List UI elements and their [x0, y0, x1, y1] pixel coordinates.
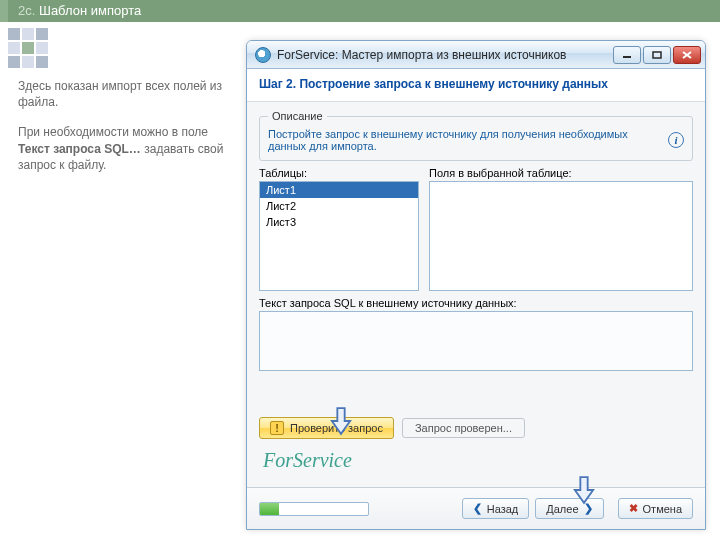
- decorative-squares: [8, 28, 48, 68]
- minimize-button[interactable]: [613, 46, 641, 64]
- back-button[interactable]: ❮ Назад: [462, 498, 530, 519]
- slide-prefix: 2c.: [18, 3, 35, 18]
- back-label: Назад: [487, 503, 519, 515]
- progress-bar: [259, 502, 369, 516]
- maximize-button[interactable]: [643, 46, 671, 64]
- svg-rect-1: [653, 52, 661, 58]
- close-button[interactable]: [673, 46, 701, 64]
- tables-listbox[interactable]: Лист1 Лист2 Лист3: [259, 181, 419, 291]
- cancel-icon: ✖: [629, 502, 638, 515]
- brand-logo: ForService: [247, 439, 705, 472]
- description-text: Постройте запрос к внешнему источнику дл…: [268, 128, 662, 152]
- minimize-icon: [622, 51, 632, 59]
- warning-icon: !: [270, 421, 284, 435]
- progress-fill: [260, 503, 279, 515]
- description-legend: Описание: [268, 110, 327, 122]
- check-status: Запрос проверен...: [402, 418, 525, 438]
- fields-listbox[interactable]: [429, 181, 693, 291]
- info-icon[interactable]: i: [668, 132, 684, 148]
- maximize-icon: [652, 51, 662, 59]
- check-status-text: Запрос проверен...: [415, 422, 512, 434]
- slide-header-accent: [0, 0, 8, 22]
- window-title: ForService: Мастер импорта из внешних ис…: [277, 48, 613, 62]
- wizard-content: Описание Постройте запрос к внешнему ист…: [247, 102, 705, 371]
- close-icon: [682, 51, 692, 59]
- app-icon: [255, 47, 271, 63]
- list-item[interactable]: Лист1: [260, 182, 418, 198]
- tables-label: Таблицы:: [259, 167, 419, 179]
- fields-label: Поля в выбранной таблице:: [429, 167, 693, 179]
- wizard-window: ForService: Мастер импорта из внешних ис…: [246, 40, 706, 530]
- list-item[interactable]: Лист2: [260, 198, 418, 214]
- annotation-arrow-icon: [573, 475, 595, 505]
- list-item[interactable]: Лист3: [260, 214, 418, 230]
- step-header: Шаг 2. Построение запроса к внешнему ист…: [247, 69, 705, 102]
- cancel-button[interactable]: ✖ Отмена: [618, 498, 693, 519]
- chevron-left-icon: ❮: [473, 502, 482, 515]
- cancel-label: Отмена: [643, 503, 682, 515]
- explain-line-1: Здесь показан импорт всех полей из файла…: [18, 78, 233, 110]
- step-title: Шаг 2. Построение запроса к внешнему ист…: [259, 77, 693, 91]
- wizard-footer: ❮ Назад Далее ❯ ✖ Отмена: [247, 487, 705, 529]
- check-query-button[interactable]: ! Проверить запрос: [259, 417, 394, 439]
- sql-textarea[interactable]: [259, 311, 693, 371]
- slide-title: 2c. Шаблон импорта: [8, 0, 720, 22]
- check-row: ! Проверить запрос Запрос проверен...: [247, 417, 705, 439]
- titlebar[interactable]: ForService: Мастер импорта из внешних ис…: [247, 41, 705, 69]
- slide-explanation: Здесь показан импорт всех полей из файла…: [18, 78, 233, 187]
- description-group: Описание Постройте запрос к внешнему ист…: [259, 110, 693, 161]
- annotation-arrow-icon: [330, 406, 352, 436]
- slide-title-text: Шаблон импорта: [39, 3, 141, 18]
- explain-line-2: При необходимости можно в поле Текст зап…: [18, 124, 233, 173]
- window-controls: [613, 46, 701, 64]
- slide-header: 2c. Шаблон импорта: [0, 0, 720, 22]
- sql-label: Текст запроса SQL к внешнему источнику д…: [259, 297, 693, 309]
